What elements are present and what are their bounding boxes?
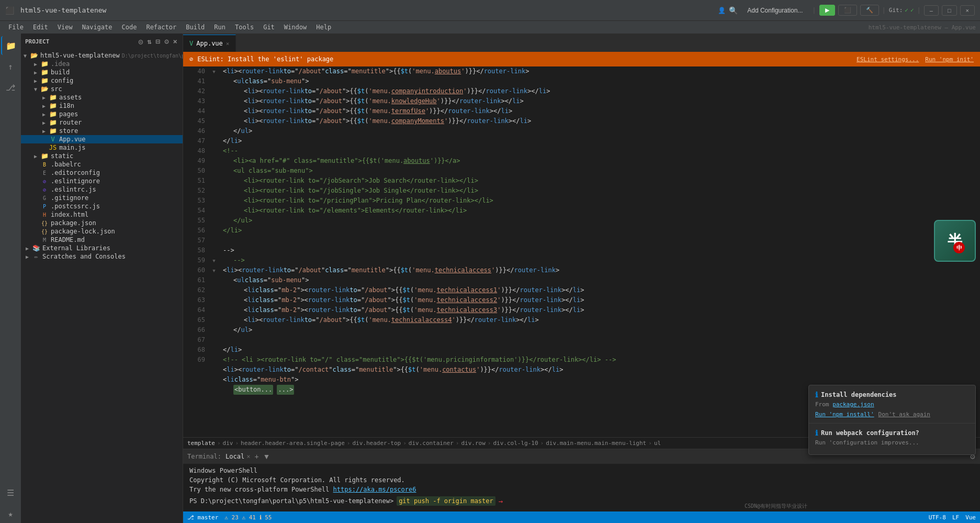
stop-button[interactable]: ⬛ <box>838 5 857 16</box>
notif-run-install[interactable]: Run 'npm install' <box>815 411 874 418</box>
code-line-53: <li><router-link to="/pricingPlan">Prici… <box>223 196 980 206</box>
idea-arrow: ▶ <box>31 61 40 67</box>
breadcrumb-template[interactable]: template <box>187 440 215 447</box>
tab-close-button[interactable]: × <box>226 40 230 47</box>
tree-item-idea[interactable]: ▶ 📁 .idea <box>21 60 183 68</box>
menu-navigate[interactable]: Navigate <box>78 23 117 32</box>
tree-item-postcssrc[interactable]: P .postcssrc.js <box>21 202 183 210</box>
breadcrumb-div-container[interactable]: div.container <box>409 440 454 447</box>
status-errors[interactable]: ⚠ 23 ⚠ 41 ℹ 55 <box>224 514 272 521</box>
breadcrumb-div-row[interactable]: div.row <box>461 440 485 447</box>
sidebar-favorites-icon[interactable]: ★ <box>1 504 20 523</box>
tree-item-router[interactable]: ▶ 📁 router <box>21 118 183 127</box>
tree-item-editorconfig[interactable]: E .editorconfig <box>21 169 183 177</box>
sidebar-project-icon[interactable]: 📁 <box>1 36 20 55</box>
run-button[interactable]: ▶ <box>819 5 835 16</box>
breadcrumb-header[interactable]: header.header-area.single-page <box>241 440 345 447</box>
menu-window[interactable]: Window <box>280 23 311 32</box>
sidebar-git-icon[interactable]: ⎇ <box>1 78 20 97</box>
tree-item-pages[interactable]: ▶ 📁 pages <box>21 110 183 118</box>
panel-expand-icon[interactable]: ⇅ <box>146 36 152 47</box>
fold-59[interactable]: ▼ <box>212 268 215 273</box>
breadcrumb-div-menu[interactable]: div.main-menu.main-menu-light <box>546 440 646 447</box>
terminal-content: Windows PowerShell Copyright (C) Microso… <box>183 464 980 511</box>
add-configuration-button[interactable]: Add Configuration... <box>741 5 809 16</box>
tree-item-pkg-lock[interactable]: {} package-lock.json <box>21 227 183 236</box>
status-git[interactable]: ⎇ master <box>187 514 218 521</box>
tree-item-assets[interactable]: ▶ 📁 assets <box>21 93 183 102</box>
tree-item-i18n[interactable]: ▶ 📁 i18n <box>21 102 183 110</box>
menu-code[interactable]: Code <box>118 23 141 32</box>
tree-item-index-html[interactable]: H index.html <box>21 210 183 219</box>
tree-item-readme[interactable]: M README.md <box>21 236 183 244</box>
panel-locate-icon[interactable]: ◎ <box>138 36 144 47</box>
panel-title: Project <box>25 38 49 45</box>
code-line-49: <li><a href="#" class="menutitle">{{$t('… <box>223 156 980 166</box>
tree-item-babelrc[interactable]: B .babelrc <box>21 160 183 169</box>
panel-collapse-icon[interactable]: ⊟ <box>155 36 161 47</box>
tree-item-main-js[interactable]: JS main.js <box>21 143 183 152</box>
tree-root[interactable]: ▼ 📂 html5-vue-templatenew D:\project\ton… <box>21 51 183 60</box>
code-editor[interactable]: 40 41 42 43 44 45 46 47 48 49 50 51 52 5… <box>183 66 980 437</box>
pages-folder-icon: 📁 <box>48 110 58 118</box>
window-max[interactable]: □ <box>942 5 957 16</box>
git-branch-icon: ⎇ <box>6 83 15 93</box>
code-content[interactable]: <li><router-link to="/about" class="menu… <box>219 66 980 437</box>
panel-close-icon[interactable]: × <box>172 36 178 47</box>
tree-item-static[interactable]: ▶ 📁 static <box>21 152 183 160</box>
tree-item-config[interactable]: ▶ 📁 config <box>21 76 183 85</box>
menu-help[interactable]: Help <box>312 23 335 32</box>
postcssrc-icon: P <box>40 204 49 209</box>
pkg-json-label: package.json <box>51 219 96 227</box>
breadcrumb-div-1[interactable]: div <box>223 440 233 447</box>
terminal-command[interactable]: git push -f origin master <box>397 496 495 506</box>
tree-item-app-vue[interactable]: V App.vue <box>21 135 183 143</box>
tree-item-eslintignore[interactable]: ⊘ .eslintignore <box>21 177 183 185</box>
window-close[interactable]: × <box>960 5 975 16</box>
menu-edit[interactable]: Edit <box>29 23 52 32</box>
status-encoding[interactable]: UTF-8 <box>929 514 946 521</box>
notif-pkg-link[interactable]: package.json <box>832 401 874 408</box>
menu-build[interactable]: Build <box>182 23 209 32</box>
terminal-ps-link[interactable]: https://aka.ms/pscore6 <box>333 486 416 493</box>
menu-refactor[interactable]: Refactor <box>142 23 181 32</box>
tree-item-scratches[interactable]: ▶ ✏ Scratches and Consoles <box>21 252 183 261</box>
sidebar-structure-icon[interactable]: ☰ <box>1 483 20 502</box>
menu-file[interactable]: File <box>4 23 28 32</box>
window-min[interactable]: – <box>924 5 939 16</box>
terminal-more[interactable]: ▼ <box>263 452 271 461</box>
structure-icon: ☰ <box>7 488 14 498</box>
fold-40[interactable]: ▼ <box>212 69 215 74</box>
notif-dont-ask[interactable]: Don't ask again <box>878 411 930 418</box>
build-button[interactable]: 🔨 <box>860 5 879 16</box>
tree-item-ext-libs[interactable]: ▶ 📚 External Libraries <box>21 244 183 252</box>
tab-app-vue[interactable]: V App.vue × <box>183 35 236 52</box>
menu-view[interactable]: View <box>53 23 77 32</box>
tree-item-build[interactable]: ▶ 📁 build <box>21 68 183 76</box>
fold-58[interactable]: ▼ <box>212 258 215 263</box>
tree-item-gitignore[interactable]: G .gitignore <box>21 194 183 202</box>
status-line-ending[interactable]: LF <box>952 514 959 521</box>
readme-icon: M <box>40 237 49 243</box>
menu-run[interactable]: Run <box>210 23 230 32</box>
terminal-tab-close[interactable]: × <box>246 453 250 460</box>
root-arrow: ▼ <box>21 53 29 59</box>
breadcrumb-ul[interactable]: ul <box>654 440 661 447</box>
status-language[interactable]: Vue <box>965 514 976 521</box>
panel-settings-icon[interactable]: ⚙ <box>163 36 170 47</box>
eslint-settings-link[interactable]: ESLint settings... <box>857 56 919 63</box>
router-folder-icon: 📁 <box>48 119 58 126</box>
terminal-add-tab[interactable]: + <box>254 452 258 461</box>
tree-item-src[interactable]: ▼ 📂 src <box>21 85 183 93</box>
tree-item-eslintrc[interactable]: ⊘ .eslintrc.js <box>21 185 183 194</box>
menu-tools[interactable]: Tools <box>231 23 258 32</box>
sidebar-commit-icon[interactable]: ↑ <box>1 57 20 76</box>
tree-item-store[interactable]: ▶ 📁 store <box>21 127 183 135</box>
menu-git[interactable]: Git <box>259 23 279 32</box>
config-arrow: ▶ <box>31 78 40 84</box>
breadcrumb-div-header-top[interactable]: div.header-top <box>352 440 401 447</box>
tree-item-pkg-json[interactable]: {} package.json <box>21 219 183 227</box>
eslint-npm-link[interactable]: Run 'npm init' <box>925 56 974 63</box>
terminal-local-tab[interactable]: Local × <box>226 453 250 460</box>
breadcrumb-div-col[interactable]: div.col-lg-10 <box>493 440 538 447</box>
